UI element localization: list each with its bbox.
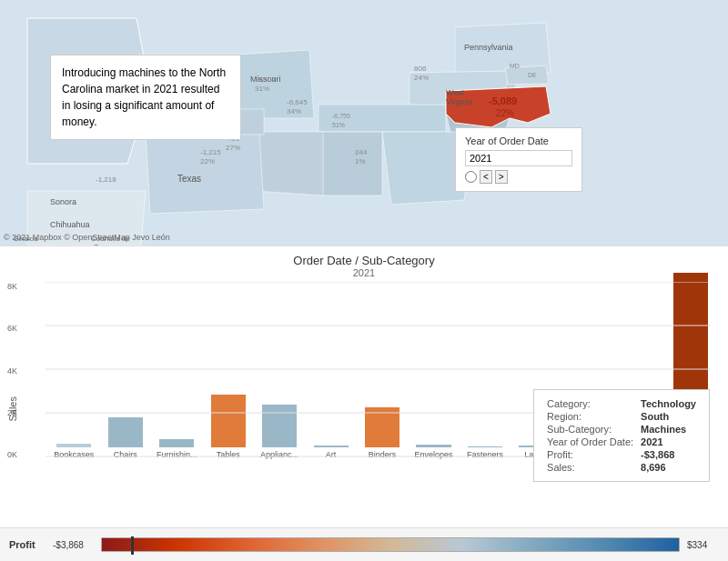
- bar-label: Furnishin...: [152, 450, 201, 459]
- profit-indicator: [131, 536, 134, 555]
- svg-text:806: 806: [414, 65, 427, 73]
- tooltip-subcategory-label: Sub-Category:: [543, 423, 637, 436]
- svg-text:27%: 27%: [226, 144, 240, 152]
- bar-group[interactable]: Applianc...: [255, 405, 304, 459]
- svg-text:24%: 24%: [414, 74, 429, 82]
- svg-text:244: 244: [355, 148, 368, 156]
- tooltip-region-value: South: [637, 410, 700, 423]
- svg-text:51%: 51%: [332, 122, 345, 128]
- bar[interactable]: [211, 395, 246, 447]
- bar-label: Binders: [358, 450, 407, 459]
- bar-group[interactable]: Chairs: [100, 417, 149, 459]
- profit-min: -$3,868: [53, 540, 94, 550]
- bar-group[interactable]: Envelopes: [409, 445, 458, 459]
- tooltip-category-label: Category:: [543, 397, 637, 410]
- profit-gradient-bar[interactable]: [101, 537, 680, 552]
- svg-text:Pennsylvania: Pennsylvania: [464, 43, 513, 52]
- svg-text:DE: DE: [528, 72, 537, 78]
- tooltip-subcategory-value: Machines: [637, 423, 700, 436]
- svg-text:1%: 1%: [355, 157, 366, 165]
- y-ticks: 0K2K4K6K8K: [7, 282, 17, 459]
- bar-group[interactable]: Binders: [358, 407, 407, 459]
- svg-text:-6,645: -6,645: [287, 98, 308, 106]
- chart-subtitle: 2021: [0, 267, 728, 278]
- map-section: Colorado Kansas Missouri Pennsylvania We…: [0, 0, 728, 245]
- svg-text:22%: 22%: [496, 108, 514, 118]
- svg-text:34%: 34%: [287, 107, 301, 115]
- bar-group[interactable]: Fasteners: [460, 446, 510, 459]
- svg-text:MD: MD: [510, 63, 520, 69]
- y-tick: 2K: [7, 408, 17, 417]
- y-tick: 0K: [7, 450, 17, 459]
- bar-label: Applianc...: [255, 450, 304, 459]
- bar-label: Chairs: [100, 450, 149, 459]
- chart-tooltip: Category: Technology Region: South Sub-C…: [533, 389, 710, 482]
- year-filter-label: Year of Order Date: [465, 135, 572, 146]
- y-tick: 4K: [7, 366, 17, 376]
- bar[interactable]: [56, 444, 91, 447]
- tooltip-year-label: Year of Order Date:: [543, 436, 637, 448]
- svg-text:22%: 22%: [200, 157, 215, 165]
- profit-section: Profit -$3,868 $334: [0, 527, 728, 561]
- svg-text:-5,089: -5,089: [489, 95, 517, 106]
- bar-group[interactable]: Bookcases: [49, 444, 98, 459]
- annotation-box: Introducing machines to the North Caroli…: [50, 55, 241, 140]
- bar[interactable]: [262, 405, 297, 447]
- tooltip-category-value: Technology: [637, 397, 700, 410]
- bar[interactable]: [468, 446, 502, 447]
- tooltip-sales-label: Sales:: [543, 461, 637, 474]
- svg-text:Chihuahua: Chihuahua: [50, 220, 90, 229]
- bar-label: Tables: [203, 450, 252, 459]
- chart-section: Order Date / Sub-Category 2021 Sales 0K2…: [0, 245, 728, 527]
- bar-group[interactable]: Art: [306, 446, 355, 459]
- svg-text:Texas: Texas: [177, 174, 201, 184]
- svg-text:-1,218: -1,218: [96, 175, 116, 184]
- chart-title: Order Date / Sub-Category: [0, 246, 728, 267]
- profit-max: $334: [687, 540, 719, 550]
- bar[interactable]: [416, 445, 450, 447]
- svg-text:West: West: [446, 88, 465, 97]
- svg-text:-8,304: -8,304: [255, 75, 276, 84]
- bar[interactable]: [108, 417, 143, 447]
- map-copyright: © 2021 Mapbox © OpenStreetMap Jevo León: [4, 233, 170, 242]
- bar-label: Envelopes: [409, 450, 458, 459]
- bar[interactable]: [365, 407, 399, 447]
- y-tick: 6K: [7, 324, 17, 333]
- svg-text:31%: 31%: [255, 85, 269, 93]
- year-filter-input[interactable]: [465, 150, 572, 166]
- tooltip-profit-label: Profit:: [543, 448, 637, 461]
- svg-text:Sonora: Sonora: [50, 197, 76, 206]
- svg-text:Virginia: Virginia: [446, 97, 473, 106]
- tooltip-region-label: Region:: [543, 410, 637, 423]
- tooltip-year-value: 2021: [637, 436, 700, 448]
- svg-text:-6,755: -6,755: [332, 113, 350, 119]
- bar-label: Art: [306, 450, 355, 459]
- bar-label: Bookcases: [49, 450, 98, 459]
- bar-label: Fasteners: [460, 450, 510, 459]
- year-next-button[interactable]: >: [495, 170, 508, 184]
- bar-group[interactable]: Tables: [203, 395, 252, 459]
- annotation-text: Introducing machines to the North Caroli…: [62, 66, 226, 128]
- year-filter[interactable]: Year of Order Date < >: [455, 127, 582, 192]
- bar-group[interactable]: Furnishin...: [152, 439, 201, 459]
- year-radio[interactable]: [465, 171, 477, 183]
- bar[interactable]: [159, 439, 194, 447]
- tooltip-sales-value: 8,696: [637, 461, 700, 474]
- year-prev-button[interactable]: <: [480, 170, 492, 184]
- svg-text:-1,215: -1,215: [200, 148, 221, 156]
- tooltip-profit-value: -$3,868: [637, 448, 700, 461]
- profit-label: Profit: [9, 539, 46, 550]
- bar[interactable]: [314, 446, 349, 447]
- y-tick: 8K: [7, 282, 17, 291]
